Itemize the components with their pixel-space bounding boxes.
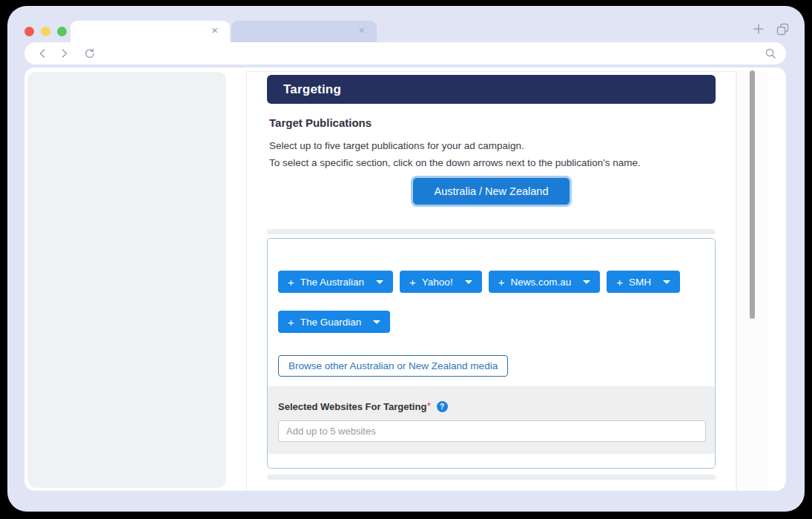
browse-other-media-button[interactable]: Browse other Australian or New Zealand m… [278,355,508,377]
websites-input[interactable] [278,420,706,442]
publication-chip-label: News.com.au [510,277,571,288]
publication-chip-smh[interactable]: + SMH [607,271,680,293]
instruction-text: To select a specific section, click on t… [269,157,716,168]
scrollbar-thumb[interactable] [750,70,755,319]
section-divider [267,229,716,234]
publication-chip-label: SMH [629,277,651,288]
sidebar-panel [27,72,226,488]
chevron-down-icon[interactable] [583,280,590,284]
content-area: Targeting Target Publications Select up … [246,71,736,491]
chevron-down-icon[interactable] [373,320,380,324]
instruction-text: Select up to five target publications fo… [269,140,716,151]
selected-websites-section: Selected Websites For Targeting* ? [268,386,715,454]
required-asterisk: * [427,401,430,410]
chevron-right-icon [61,48,68,59]
chevron-down-icon[interactable] [663,280,670,284]
region-button-row: Australia / New Zealand [267,178,716,205]
add-icon: + [288,276,294,288]
refresh-button[interactable] [84,47,96,59]
url-bar[interactable] [24,42,786,65]
panel-footer-space [268,454,715,468]
window-controls [24,27,67,36]
back-button[interactable] [36,47,48,59]
publication-chip-yahoo[interactable]: + Yahoo! [400,271,482,293]
browse-row: Browse other Australian or New Zealand m… [268,333,715,377]
browser-tab-active[interactable]: × [70,21,230,42]
chevron-down-icon[interactable] [376,280,383,284]
help-icon[interactable]: ? [437,401,448,412]
australia-new-zealand-button[interactable]: Australia / New Zealand [413,178,570,205]
close-tab-icon[interactable]: × [211,24,218,36]
selected-websites-label: Selected Websites For Targeting* [278,401,431,412]
add-icon: + [288,316,294,328]
publication-chip-label: Yahoo! [422,277,453,288]
overlapping-windows-icon [776,23,789,36]
maximize-window-button[interactable] [57,27,67,36]
new-tab-button[interactable] [752,22,765,36]
publications-panel: + The Australian + Yahoo! + News.com.au [267,238,716,469]
targeting-section-header: Targeting [267,75,716,104]
browser-tab-inactive[interactable]: × [231,21,377,42]
publication-chip-label: The Australian [300,277,364,288]
publication-chip-label: The Guardian [300,317,362,328]
plus-icon [753,23,765,35]
add-icon: + [409,276,416,288]
add-icon: + [616,276,623,288]
section-divider [267,475,716,480]
forward-button[interactable] [59,47,70,59]
chevron-down-icon[interactable] [465,280,472,284]
magnifier-icon [765,47,776,59]
publication-chip-the-guardian[interactable]: + The Guardian [278,311,390,333]
minimize-window-button[interactable] [41,27,50,36]
publication-chip-the-australian[interactable]: + The Australian [278,271,393,293]
browser-window: × × [7,6,805,512]
page-viewport: Targeting Target Publications Select up … [24,67,786,491]
search-icon[interactable] [765,47,776,59]
tab-overview-button[interactable] [776,22,789,36]
close-window-button[interactable] [24,27,34,36]
scrollbar-track[interactable] [736,71,768,491]
publication-chips: + The Australian + Yahoo! + News.com.au [268,239,715,333]
refresh-icon [84,47,96,60]
target-publications-heading: Target Publications [269,116,716,129]
chevron-left-icon [39,48,46,59]
publication-chip-news-com-au[interactable]: + News.com.au [489,271,601,293]
close-tab-icon[interactable]: × [358,24,365,36]
add-icon: + [498,276,505,288]
